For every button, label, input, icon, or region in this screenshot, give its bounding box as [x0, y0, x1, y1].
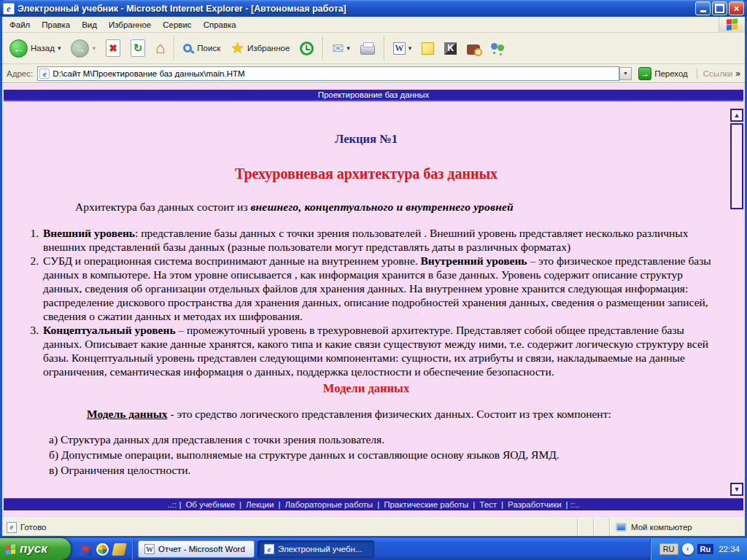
menu-edit[interactable]: Правка — [36, 18, 76, 31]
page-scrollbar[interactable]: ▲ ▼ — [729, 101, 745, 498]
footer-separator: | — [278, 500, 280, 509]
quicklaunch-media-player-icon[interactable] — [96, 543, 109, 556]
quicklaunch-show-desktop-icon[interactable] — [112, 543, 127, 556]
task-word[interactable]: W Отчет - Microsoft Word — [138, 540, 255, 558]
back-button[interactable]: ← Назад ▾ — [5, 35, 65, 62]
stop-button[interactable]: ✖ — [101, 35, 125, 62]
kaspersky-icon: K — [444, 42, 457, 55]
task-buttons-area: W Отчет - Microsoft Word e Электронный у… — [133, 538, 650, 560]
status-text: Готово — [20, 523, 47, 532]
mail-icon: ✉ — [332, 40, 344, 57]
language-indicator[interactable]: RU — [659, 543, 678, 555]
toolbar-separator — [174, 36, 174, 61]
minimize-button[interactable] — [695, 1, 711, 15]
go-button[interactable]: → Переход — [635, 66, 691, 81]
refresh-icon: ↻ — [131, 39, 145, 57]
scroll-up-button[interactable]: ▲ — [730, 109, 743, 122]
status-pane: e Готово — [2, 518, 578, 536]
list-item-pre: СУБД и операционная система воспринимают… — [43, 254, 421, 267]
address-value[interactable]: D:\сайт М\Проектирование баз данных\main… — [53, 69, 617, 78]
footer-link-labs[interactable]: Лабораторные работы — [285, 500, 373, 509]
back-icon: ← — [9, 39, 28, 58]
restore-button[interactable] — [712, 1, 727, 15]
quicklaunch-xp-disk-icon[interactable] — [80, 543, 92, 556]
refresh-button[interactable]: ↻ — [126, 35, 150, 62]
history-button[interactable] — [295, 35, 318, 62]
address-bar: Адрес: e D:\сайт М\Проектирование баз да… — [2, 64, 745, 83]
footer-prefix: ..:: | — [167, 500, 181, 509]
ie-window: e Электронный учебник - Microsoft Intern… — [0, 0, 747, 538]
edit-with-word-button[interactable]: W ▾ — [389, 35, 417, 62]
scroll-thumb[interactable] — [730, 123, 743, 209]
footer-separator: | — [377, 500, 379, 509]
task-ie-label: Электронный учебн... — [278, 545, 362, 553]
footer-link-test[interactable]: Тест — [479, 500, 497, 509]
forward-button[interactable]: → ▾ — [66, 35, 100, 62]
list-item: Внешний уровень: представление базы данн… — [42, 226, 724, 254]
start-label: пуск — [20, 542, 47, 556]
home-button[interactable]: ⌂ — [151, 35, 169, 62]
clock: 22:34 — [719, 545, 740, 553]
back-label: Назад — [31, 44, 55, 52]
edit-dropdown-icon[interactable]: ▾ — [409, 44, 412, 52]
component-item: а) Структура данных для представления с … — [49, 432, 724, 447]
browser-viewport: Проектирование баз данных Лекция №1 Трех… — [2, 83, 745, 518]
menu-bar: Файл Правка Вид Избранное Сервис Справка — [2, 17, 745, 33]
mail-dropdown-icon[interactable]: ▾ — [347, 44, 350, 52]
ie-task-icon: e — [264, 544, 274, 554]
main-frame: Лекция №1 Трехуровневая архитектура баз … — [2, 101, 745, 498]
word-task-icon: W — [144, 544, 155, 554]
links-toolbar[interactable]: Ссылки » — [697, 69, 742, 79]
address-input[interactable]: e D:\сайт М\Проектирование баз данных\ma… — [37, 66, 619, 81]
task-ie-active[interactable]: e Электронный учебн... — [258, 540, 374, 558]
list-item-term: Концептуальный уровень — [43, 324, 176, 336]
intro-paragraph: Архитектура баз данных состоит из внешне… — [8, 200, 724, 214]
footer-link-practice[interactable]: Практические работы — [384, 500, 468, 509]
window-title: Электронный учебник - Microsoft Internet… — [18, 4, 695, 14]
page-ie-icon: e — [39, 69, 50, 79]
component-item: б) Допустимые операции, выполняемые на с… — [49, 447, 724, 462]
address-label: Адрес: — [7, 69, 33, 78]
menu-view[interactable]: Вид — [76, 18, 103, 31]
scroll-down-button[interactable]: ▼ — [730, 483, 743, 496]
address-dropdown-button[interactable]: ▾ — [619, 67, 632, 80]
document-body: Лекция №1 Трехуровневая архитектура баз … — [2, 101, 729, 498]
links-label: Ссылки — [703, 69, 733, 78]
print-button[interactable] — [356, 35, 379, 62]
start-button[interactable]: пуск — [0, 538, 71, 560]
research-book-icon — [467, 44, 480, 55]
history-icon — [300, 42, 314, 55]
footer-link-about[interactable]: Об учебнике — [185, 500, 235, 509]
tray-collapse-chevron-icon[interactable]: ‹ — [682, 543, 694, 555]
research-button[interactable] — [462, 35, 484, 62]
footer-link-developers[interactable]: Разработчики — [508, 500, 562, 509]
favorites-star-icon: ★ — [231, 41, 244, 55]
models-heading: Модели данных — [8, 381, 724, 395]
search-button[interactable]: Поиск — [179, 35, 225, 62]
search-icon — [183, 44, 192, 52]
security-zone-pane: Мой компьютер — [610, 518, 745, 536]
footer-separator: | — [501, 500, 503, 509]
language-badge[interactable]: Ru — [697, 544, 714, 554]
favorites-button[interactable]: ★ Избранное — [226, 35, 294, 62]
menu-help[interactable]: Справка — [198, 18, 242, 31]
list-item-term: Внешний уровень — [43, 227, 135, 239]
mail-button[interactable]: ✉ ▾ — [328, 35, 354, 62]
quick-launch-bar — [71, 538, 133, 560]
antivirus-button[interactable]: K — [440, 35, 461, 62]
windows-logo — [719, 17, 745, 33]
intro-emphasis: внешнего, концептуального и внутреннего … — [250, 201, 513, 213]
close-button[interactable]: × — [729, 1, 744, 15]
menu-file[interactable]: Файл — [4, 18, 36, 31]
page-title: Трехуровневая архитектура баз данных — [8, 167, 724, 181]
levels-list: Внешний уровень: представление базы данн… — [26, 226, 724, 378]
menu-favorites[interactable]: Избранное — [103, 18, 157, 31]
messenger-button[interactable] — [486, 35, 509, 62]
back-dropdown-icon[interactable]: ▾ — [58, 44, 61, 52]
notes-button[interactable] — [417, 35, 438, 62]
task-word-label: Отчет - Microsoft Word — [158, 545, 245, 553]
links-chevron-icon[interactable]: » — [735, 69, 740, 79]
footer-link-lectures[interactable]: Лекции — [246, 500, 274, 509]
menu-tools[interactable]: Сервис — [157, 18, 197, 31]
site-banner: Проектирование баз данных — [4, 90, 743, 101]
